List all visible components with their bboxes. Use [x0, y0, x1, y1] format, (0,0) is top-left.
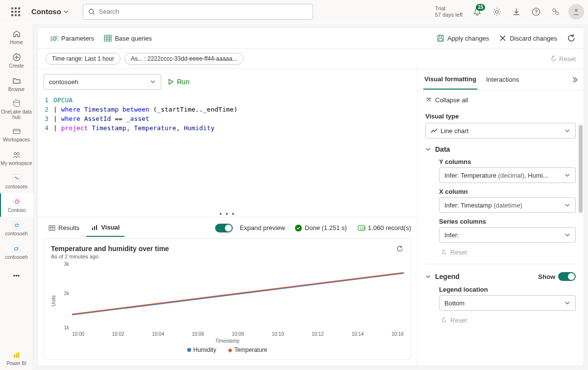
legend-show-toggle[interactable] — [558, 272, 576, 281]
nav-more[interactable]: ••• — [0, 264, 33, 287]
database-icon — [14, 223, 19, 228]
user-avatar[interactable] — [568, 4, 584, 20]
chevron-down-icon — [150, 79, 156, 85]
nav-contosoeh-1[interactable]: contosoeh — [0, 217, 33, 240]
refresh-button[interactable] — [562, 31, 576, 46]
record-count: 123 1,060 record(s) — [358, 224, 411, 231]
svg-text:[@]: [@] — [50, 35, 58, 41]
base-queries-button[interactable]: Base queries — [99, 31, 157, 45]
xcolumn-select[interactable]: Infer: Timestamp (datetime) — [439, 197, 576, 213]
close-icon — [499, 34, 507, 42]
svg-rect-21 — [104, 35, 111, 41]
chart-xaxis: 10:0010:0210:0410:0610:0810:1010:1210:14… — [72, 331, 404, 338]
code-content[interactable]: OPCUA | where Timestamp between (_startT… — [53, 95, 417, 211]
kql-icon — [14, 246, 19, 251]
chart-refresh-icon[interactable] — [396, 245, 404, 253]
chevron-down-icon[interactable] — [63, 9, 69, 15]
seriescolumns-label: Series columns — [439, 218, 576, 225]
help-button[interactable] — [527, 3, 545, 21]
chart-subtitle: As of 2 minutes ago — [51, 254, 396, 259]
reset-legend-button[interactable]: Reset — [441, 317, 576, 324]
help-icon — [532, 7, 540, 16]
visual-type-select[interactable]: Line chart — [425, 123, 576, 139]
svg-point-14 — [17, 153, 19, 155]
section-data[interactable]: Data — [425, 145, 576, 153]
chevron-down-icon — [425, 146, 431, 152]
people-icon — [12, 150, 21, 159]
database-select[interactable]: contosoeh — [44, 74, 161, 90]
discard-changes-button[interactable]: Discard changes — [494, 31, 562, 45]
dashboard-icon — [15, 199, 20, 204]
feedback-icon — [551, 7, 560, 16]
time-range-pill[interactable]: Time range: Last 1 hour — [46, 53, 121, 65]
nav-browse[interactable]: Browse — [0, 72, 33, 96]
refresh-icon — [567, 34, 576, 43]
svg-rect-28 — [439, 39, 442, 41]
chart-plot-area — [72, 263, 404, 329]
notifications-badge: 15 — [476, 4, 485, 11]
download-button[interactable] — [508, 3, 525, 21]
nav-workspaces[interactable]: Workspaces — [0, 123, 33, 146]
reset-filters-button[interactable]: Reset — [550, 55, 576, 63]
app-launcher-icon[interactable] — [8, 4, 24, 20]
tab-visual-formatting[interactable]: Visual formatting — [423, 69, 477, 90]
asset-pill[interactable]: As... : 2222cccc-33dd-eeee-ff44-aaaaa... — [124, 53, 244, 65]
left-nav-rail: Home Create Browse OneLake data hub Work… — [0, 23, 33, 370]
nav-create[interactable]: Create — [0, 49, 33, 72]
check-icon — [296, 226, 300, 230]
chevron-down-icon — [564, 128, 570, 134]
collapse-all-button[interactable]: Collapse all — [425, 94, 576, 110]
chevron-down-icon — [564, 172, 570, 178]
section-legend[interactable]: Legend Show — [425, 272, 576, 281]
parameters-icon: [@] — [50, 34, 58, 42]
nav-contosoes[interactable]: contosoes — [0, 170, 33, 193]
undo-icon — [441, 249, 447, 255]
chart-xlabel: Timestamp — [51, 338, 404, 344]
settings-button[interactable] — [488, 3, 506, 21]
pane-scrollbar[interactable] — [578, 91, 583, 366]
workspaces-icon — [12, 127, 21, 136]
svg-point-10 — [14, 100, 20, 103]
chevron-down-icon — [564, 232, 570, 238]
ycolumns-select[interactable]: Infer: Temperature (decimal), Humi... — [439, 167, 576, 183]
action-toolbar: [@] Parameters Base queries Apply change… — [37, 27, 584, 49]
tab-interactions[interactable]: Interactions — [485, 70, 520, 89]
reset-data-button[interactable]: Reset — [441, 249, 576, 256]
expand-preview-toggle[interactable] — [215, 224, 233, 232]
notifications-button[interactable]: 15 — [468, 3, 486, 21]
search-input[interactable] — [99, 8, 308, 15]
tab-visual[interactable]: Visual — [86, 219, 124, 237]
nav-my-workspace[interactable]: My workspace — [0, 146, 33, 170]
svg-rect-27 — [439, 35, 442, 37]
nav-home[interactable]: Home — [0, 25, 33, 49]
legend-location-select[interactable]: Bottom — [439, 295, 576, 311]
apply-changes-button[interactable]: Apply changes — [432, 31, 494, 45]
org-name[interactable]: Contoso — [31, 7, 61, 16]
nav-powerbi[interactable]: Power BI — [0, 347, 33, 370]
undo-icon — [441, 317, 447, 324]
svg-point-13 — [14, 153, 16, 155]
run-button[interactable]: Run — [167, 78, 190, 86]
svg-rect-17 — [14, 355, 15, 358]
search-box[interactable] — [83, 4, 313, 20]
nav-contoso[interactable]: Contoso — [0, 193, 33, 217]
nav-onelake[interactable]: OneLake data hub — [0, 96, 33, 123]
svg-rect-35 — [96, 225, 97, 230]
chart-icon — [91, 224, 98, 231]
svg-line-7 — [555, 11, 556, 12]
powerbi-icon — [13, 351, 21, 359]
chevron-down-icon — [425, 274, 431, 279]
nav-contosoeh-2[interactable]: contosoeh — [0, 240, 33, 264]
query-status: Done (1.251 s) — [295, 224, 347, 231]
feedback-button[interactable] — [547, 3, 564, 21]
parameters-button[interactable]: [@] Parameters — [46, 31, 99, 45]
play-icon — [167, 78, 174, 85]
table-icon — [49, 225, 55, 231]
query-editor[interactable]: 1234 OPCUA | where Timestamp between (_s… — [38, 93, 417, 211]
svg-rect-19 — [18, 352, 19, 358]
tab-results[interactable]: Results — [44, 219, 84, 236]
resize-handle[interactable]: • • • — [38, 211, 417, 217]
svg-rect-29 — [49, 226, 55, 231]
seriescolumns-select[interactable]: Infer: — [439, 227, 576, 243]
expand-pane-icon[interactable] — [571, 76, 578, 83]
